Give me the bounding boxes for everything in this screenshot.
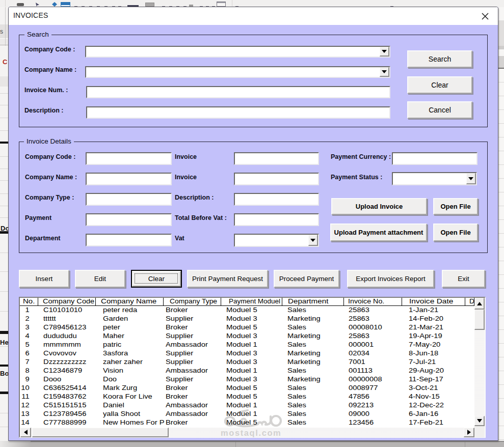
svg-text:mostaql.com: mostaql.com <box>221 428 281 437</box>
